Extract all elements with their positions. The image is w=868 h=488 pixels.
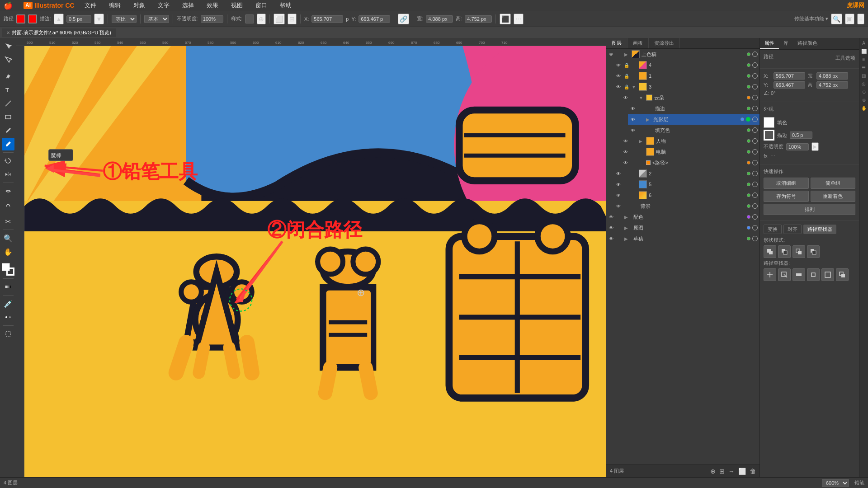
lock-5[interactable] bbox=[623, 181, 630, 188]
fill-color-btn[interactable] bbox=[28, 14, 37, 23]
stroke-swatch[interactable] bbox=[6, 267, 14, 276]
lock-miaob[interactable] bbox=[638, 105, 644, 112]
layer-lujing[interactable]: 👁 ▶ <路径> bbox=[621, 157, 760, 168]
arrow-yunuo[interactable]: ▼ bbox=[639, 95, 644, 100]
layer-beijing[interactable]: 👁 ▶ 背景 bbox=[613, 201, 760, 211]
line-tool[interactable] bbox=[2, 97, 14, 110]
arrange-qa-btn[interactable]: 排列 bbox=[764, 204, 855, 215]
lock-lujing[interactable] bbox=[631, 160, 637, 166]
circle-5[interactable] bbox=[752, 182, 758, 187]
vis-diannao[interactable]: 👁 bbox=[623, 149, 629, 155]
lock-guangying[interactable] bbox=[638, 116, 644, 122]
circle-caogao[interactable] bbox=[752, 236, 758, 241]
opacity-arrow-btn[interactable]: ▶ bbox=[811, 142, 819, 151]
tab-layers[interactable]: 图层 bbox=[606, 38, 627, 48]
vis-lujing[interactable]: 👁 bbox=[623, 160, 629, 166]
lock-yuantu[interactable] bbox=[616, 225, 623, 231]
stroke-expand-up[interactable]: ▲ bbox=[54, 14, 64, 24]
transform-h-input[interactable] bbox=[816, 81, 848, 89]
lock-renwu[interactable] bbox=[631, 138, 637, 144]
circle-yunuo[interactable] bbox=[752, 95, 758, 100]
circle-2[interactable] bbox=[752, 171, 758, 176]
menu-edit[interactable]: 编辑 bbox=[106, 0, 123, 10]
pf-tab-align[interactable]: 对齐 bbox=[783, 225, 802, 234]
stroke-expand-down[interactable]: ▼ bbox=[94, 14, 104, 24]
vis-shangseqao[interactable]: 👁 bbox=[608, 51, 614, 57]
arrow-renwu[interactable]: ▶ bbox=[639, 139, 644, 144]
vis-tianchong[interactable]: 👁 bbox=[630, 127, 636, 133]
circle-guangying[interactable] bbox=[752, 117, 758, 122]
type-tool[interactable]: T bbox=[2, 84, 14, 96]
pencil-tool[interactable] bbox=[2, 138, 14, 150]
direct-select-tool[interactable] bbox=[2, 53, 14, 66]
circle-1[interactable] bbox=[752, 73, 758, 79]
arrow-caogao[interactable]: ▶ bbox=[624, 236, 630, 241]
vis-2[interactable]: 👁 bbox=[615, 170, 622, 177]
far-right-icon-4[interactable]: ☰ bbox=[861, 64, 867, 70]
exclude-btn[interactable] bbox=[807, 245, 820, 258]
far-right-icon-2[interactable]: ⬜ bbox=[861, 48, 867, 54]
tab-pathcolor[interactable]: 路径颜色 bbox=[793, 38, 822, 49]
stroke-width-input[interactable] bbox=[66, 15, 91, 23]
layer-6[interactable]: 👁 ▶ 6 bbox=[613, 190, 760, 201]
stroke-width-right[interactable] bbox=[790, 131, 812, 139]
zoom-tool[interactable]: 🔍 bbox=[2, 232, 14, 244]
canvas-content[interactable]: ①铅笔工具 ②闭合路径 bbox=[24, 46, 606, 477]
circle-lujing[interactable] bbox=[752, 160, 758, 165]
merge-btn[interactable] bbox=[793, 268, 805, 281]
far-right-icon-8[interactable]: ⊕ bbox=[861, 97, 867, 103]
arrange-btn[interactable]: ⬛ bbox=[500, 14, 511, 24]
far-right-icon-7[interactable]: ⊙ bbox=[861, 89, 867, 95]
vis-guangying[interactable]: 👁 bbox=[630, 116, 636, 122]
recolor-btn[interactable]: 重新着色 bbox=[811, 191, 856, 202]
pf-tab-transform[interactable]: 变换 bbox=[764, 225, 782, 234]
search-btn[interactable]: 🔍 bbox=[831, 14, 842, 24]
clip-mask-btn[interactable]: ⬜ bbox=[738, 468, 746, 475]
divide-btn[interactable] bbox=[764, 268, 776, 281]
stroke-color-preview[interactable] bbox=[764, 130, 774, 141]
layer-peise[interactable]: 👁 ▶ 配色 bbox=[606, 211, 760, 222]
circle-tianchong[interactable] bbox=[752, 127, 758, 133]
x-input[interactable] bbox=[311, 15, 343, 23]
hand-tool[interactable]: ✋ bbox=[2, 245, 14, 258]
menu-object[interactable]: 对象 bbox=[131, 0, 148, 10]
new-sublayer-btn[interactable]: ⊞ bbox=[719, 468, 725, 475]
w-input[interactable] bbox=[426, 15, 453, 23]
arrow-shangseqao[interactable]: ▶ bbox=[624, 52, 630, 57]
style-btn[interactable] bbox=[245, 14, 254, 23]
zoom-select[interactable]: 600% 400% 200% 100% bbox=[822, 479, 849, 487]
lock-2[interactable] bbox=[623, 170, 630, 177]
active-tab[interactable]: ✕ 封面-演示源文件2.ai* 600% (RGB/GPU 预览) bbox=[2, 28, 116, 37]
canvas-area[interactable]: 500 510 520 530 540 550 560 570 580 590 … bbox=[16, 38, 606, 477]
lock-6[interactable] bbox=[623, 192, 630, 198]
top-right-btn1[interactable]: ▣ bbox=[845, 14, 854, 24]
lock-diannao[interactable] bbox=[631, 149, 637, 155]
width-tool[interactable] bbox=[2, 185, 14, 197]
lock-shangseqao[interactable] bbox=[616, 51, 623, 57]
vis-renwu[interactable]: 👁 bbox=[623, 138, 629, 144]
layer-miaob[interactable]: 👁 ▶ 描边 bbox=[628, 103, 760, 114]
lock-1[interactable]: 🔒 bbox=[623, 73, 630, 79]
outline-btn[interactable] bbox=[821, 268, 834, 281]
layer-1[interactable]: 👁 🔒 ▶ 1 bbox=[613, 70, 760, 81]
simple-group-btn[interactable]: 简单组 bbox=[811, 178, 856, 189]
reflect-tool[interactable] bbox=[2, 168, 14, 181]
lock-yunuo[interactable] bbox=[631, 94, 637, 101]
menu-help[interactable]: 帮助 bbox=[277, 0, 294, 10]
circle-6[interactable] bbox=[752, 192, 758, 198]
vis-4[interactable]: 👁 bbox=[615, 62, 622, 68]
minus-front-btn[interactable] bbox=[778, 245, 791, 258]
new-layer-btn[interactable]: ⊕ bbox=[710, 468, 716, 475]
apple-menu[interactable]: 🍎 bbox=[4, 1, 13, 10]
menu-effect[interactable]: 效果 bbox=[204, 0, 221, 10]
lock-tianchong[interactable] bbox=[638, 127, 644, 133]
circle-3[interactable] bbox=[752, 84, 758, 89]
arrow-yuantu[interactable]: ▶ bbox=[624, 225, 630, 230]
layer-diannao[interactable]: 👁 ▶ 电脑 bbox=[621, 146, 760, 157]
opacity-right-input[interactable] bbox=[786, 143, 809, 150]
layer-yunuo[interactable]: 👁 ▼ 云朵 bbox=[621, 92, 760, 103]
vis-1[interactable]: 👁 bbox=[615, 73, 622, 79]
circle-diannao[interactable] bbox=[752, 149, 758, 155]
arrow-3[interactable]: ▼ bbox=[632, 84, 637, 89]
transform-w-input[interactable] bbox=[816, 72, 848, 80]
